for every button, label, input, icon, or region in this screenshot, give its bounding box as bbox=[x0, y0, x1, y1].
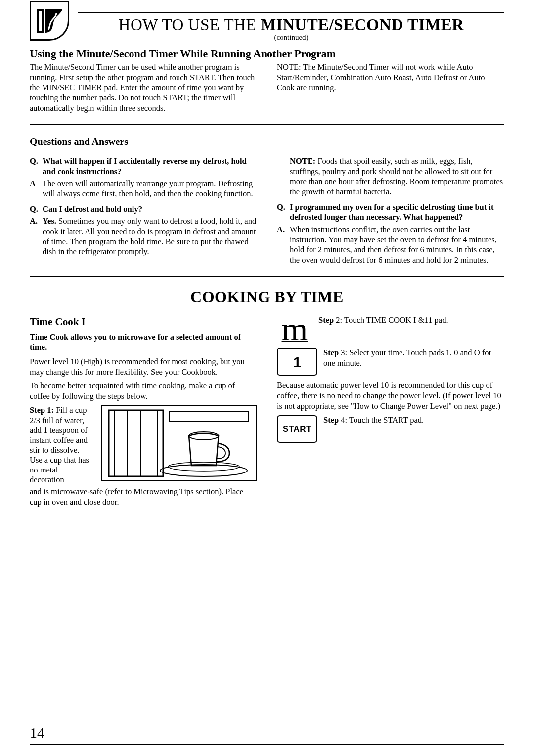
title-bold: MINUTE/SECOND TIMER bbox=[261, 16, 464, 34]
svg-rect-1 bbox=[39, 11, 42, 31]
qa-a2: A.Yes. Sometimes you may only want to de… bbox=[30, 216, 257, 257]
page: HOW TO USE THE MINUTE/SECOND TIMER (cont… bbox=[0, 0, 534, 756]
svg-rect-3 bbox=[115, 410, 157, 476]
step4-row: START Step 4: Touch the START pad. bbox=[277, 415, 504, 443]
step2-row: m Step 2: Touch TIME COOK I &11 pad. bbox=[277, 315, 504, 343]
intro-left: The Minute/Second Timer can be used whil… bbox=[30, 62, 257, 113]
time-cook-lead: Time Cook allows you to microwave for a … bbox=[30, 332, 257, 353]
number-1-pad-icon: 1 bbox=[277, 348, 317, 376]
time-cook-p1: Power level 10 (High) is recommended for… bbox=[30, 357, 257, 377]
qa-q1: Q.What will happen if I accidentally rev… bbox=[30, 156, 257, 177]
intro-right: NOTE: The Minute/Second Timer will not w… bbox=[277, 62, 504, 113]
divider bbox=[30, 124, 504, 125]
page-title: HOW TO USE THE MINUTE/SECOND TIMER bbox=[78, 16, 504, 34]
time-cook-pad-icon: m bbox=[277, 315, 312, 343]
title-pre: HOW TO USE THE bbox=[119, 16, 261, 34]
qa-a1: AThe oven will automatically rearrange y… bbox=[30, 179, 257, 199]
continued-label: (continued) bbox=[78, 33, 504, 42]
step1-row: Step 1: Fill a cup 2/3 full of water, ad… bbox=[30, 405, 257, 485]
qa-q3: Q.I programmed my oven for a specific de… bbox=[277, 202, 504, 223]
time-cook-heading: Time Cook I bbox=[30, 315, 257, 328]
qa-a3: A.When instructions conflict, the oven c… bbox=[277, 225, 504, 266]
footer-rule bbox=[30, 744, 504, 745]
time-cook-p2: To become better acquainted with time co… bbox=[30, 381, 257, 401]
divider bbox=[30, 276, 504, 277]
microwave-logo-icon bbox=[30, 1, 69, 41]
footer-light-rule bbox=[49, 755, 485, 755]
microwave-cup-illustration-icon bbox=[101, 405, 257, 481]
intro-columns: The Minute/Second Timer can be used whil… bbox=[30, 62, 504, 113]
step1-text: Step 1: Fill a cup 2/3 full of water, ad… bbox=[30, 405, 94, 485]
cooking-columns: Time Cook I Time Cook allows you to micr… bbox=[30, 315, 504, 507]
header: HOW TO USE THE MINUTE/SECOND TIMER (cont… bbox=[30, 12, 504, 42]
page-number: 14 bbox=[30, 724, 44, 741]
svg-rect-2 bbox=[109, 410, 163, 476]
section-heading-using-timer: Using the Minute/Second Timer While Runn… bbox=[30, 47, 504, 60]
qa-heading: Questions and Answers bbox=[30, 136, 504, 147]
between-steps-text: Because automatic power level 10 is reco… bbox=[277, 380, 504, 411]
svg-point-8 bbox=[168, 462, 239, 471]
qa-note: NOTE: Foods that spoil easily, such as m… bbox=[277, 156, 504, 197]
svg-rect-6 bbox=[169, 411, 248, 421]
step3-row: 1 Step 3: Select your time. Touch pads 1… bbox=[277, 348, 504, 376]
qa-columns: Q.What will happen if I accidentally rev… bbox=[30, 151, 504, 265]
start-pad-icon: START bbox=[277, 415, 317, 443]
svg-point-7 bbox=[160, 465, 247, 476]
step1-caption: and is microwave-safe (refer to Microwav… bbox=[30, 487, 257, 507]
qa-q2: Q.Can I defrost and hold only? bbox=[30, 204, 257, 215]
section-title-cooking: COOKING BY TIME bbox=[30, 288, 504, 306]
